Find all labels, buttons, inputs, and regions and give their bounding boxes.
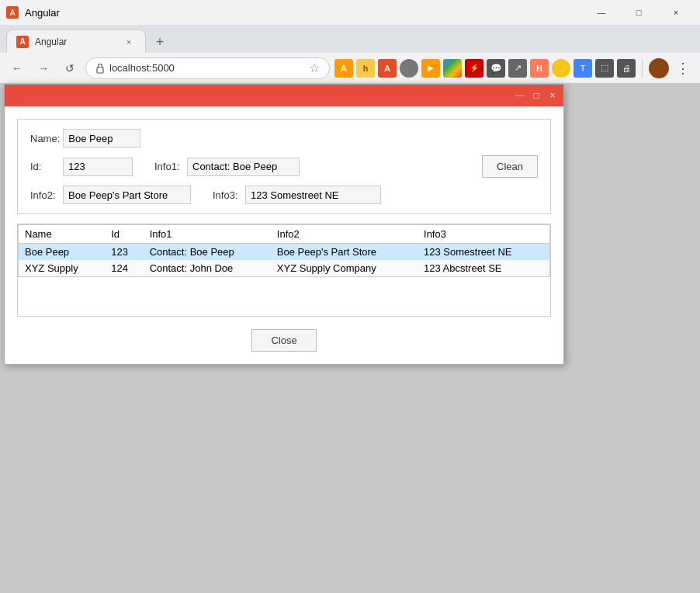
ext-hubspot-icon[interactable]: H: [530, 59, 549, 78]
ext-circle-icon[interactable]: [400, 59, 418, 78]
ext-print-icon[interactable]: 🖨: [617, 59, 636, 78]
active-tab[interactable]: A Angular ×: [6, 29, 146, 53]
dialog-maximize-button[interactable]: □: [528, 88, 544, 103]
dialog-window-controls: — □ ×: [512, 88, 560, 103]
bookmark-icon[interactable]: ☆: [309, 61, 320, 75]
tab-title: Angular: [35, 36, 116, 47]
table-row[interactable]: XYZ Supply 124 Contact: John Doe XYZ Sup…: [19, 260, 550, 277]
title-bar-left: A Angular: [6, 6, 60, 19]
ext-maps-icon[interactable]: [443, 59, 462, 78]
address-text: localhost:5000: [109, 62, 304, 74]
ext-chat-icon[interactable]: 💬: [487, 59, 505, 78]
ext-amazon2-icon[interactable]: ▶: [421, 59, 440, 78]
dialog-content: Name: Id: Info1: Clean Info2:: [5, 106, 563, 364]
id-label: Id:: [30, 161, 60, 172]
cell-name: Boe Peep: [19, 244, 106, 261]
toolbar-divider: [642, 59, 643, 78]
col-header-info3: Info3: [418, 225, 549, 244]
lock-icon: [95, 63, 105, 74]
browser-chrome: A Angular — □ × A Angular × + ← → ↺: [0, 0, 700, 84]
toolbar-icons: A h A ▶ ⚡ 💬 ↗ H 🌙 T ⬚ 🖨 ⋮: [334, 57, 694, 79]
cell-info2: Boe Peep's Part Store: [271, 244, 418, 261]
info2-input[interactable]: [63, 186, 191, 204]
ext-arrow-icon[interactable]: ↗: [508, 59, 527, 78]
table-header-row: Name Id Info1 Info2 Info3: [19, 225, 550, 244]
cell-name: XYZ Supply: [19, 260, 106, 277]
table-row[interactable]: Boe Peep 123 Contact: Boe Peep Boe Peep'…: [19, 244, 550, 261]
cell-info1: Contact: John Doe: [144, 260, 271, 277]
new-tab-button[interactable]: +: [149, 31, 171, 53]
ext-screen-icon[interactable]: ⬚: [595, 59, 614, 78]
tab-close-button[interactable]: ×: [122, 35, 136, 49]
user-avatar[interactable]: [649, 58, 669, 78]
info1-input[interactable]: [187, 158, 300, 176]
dialog-close-button[interactable]: ×: [545, 88, 560, 103]
ext-honey-icon[interactable]: h: [356, 59, 375, 78]
app-favicon: A: [6, 6, 19, 19]
id-input[interactable]: [63, 158, 133, 176]
cell-info2: XYZ Supply Company: [271, 260, 418, 277]
id-info1-row: Id: Info1: Clean: [30, 155, 538, 178]
cell-id: 123: [105, 244, 143, 261]
dialog-minimize-button[interactable]: —: [512, 88, 528, 103]
name-label: Name:: [30, 133, 60, 144]
dialog-window: — □ × Name: Id: Info1:: [4, 84, 564, 365]
info1-label: Info1:: [154, 161, 184, 172]
close-button[interactable]: Close: [251, 329, 316, 352]
cell-info3: 123 Somestreet NE: [418, 244, 549, 261]
forward-button[interactable]: →: [33, 57, 54, 79]
info2-label: Info2:: [30, 189, 60, 201]
refresh-button[interactable]: ↺: [59, 57, 81, 79]
info2-info3-row: Info2: Info3:: [30, 186, 538, 204]
col-header-info1: Info1: [144, 225, 271, 244]
title-bar: A Angular — □ ×: [0, 0, 700, 25]
ext-acrobat-icon[interactable]: A: [378, 59, 397, 78]
window-title: Angular: [25, 7, 60, 19]
col-header-info2: Info2: [271, 225, 418, 244]
ext-amazon-icon[interactable]: A: [334, 59, 353, 78]
cell-info3: 123 Abcstreet SE: [418, 260, 549, 277]
ext-moon-icon[interactable]: 🌙: [552, 59, 570, 78]
app-area: — □ × Name: Id: Info1:: [0, 84, 700, 593]
info3-label: Info3:: [213, 189, 242, 201]
cell-info1: Contact: Boe Peep: [144, 244, 271, 261]
svg-rect-0: [97, 68, 103, 73]
name-input[interactable]: [63, 129, 140, 147]
address-input[interactable]: localhost:5000 ☆: [85, 57, 330, 79]
window-controls: — □ ×: [584, 0, 694, 25]
tab-favicon: A: [16, 36, 29, 48]
info3-input[interactable]: [245, 186, 381, 204]
name-row: Name:: [30, 129, 538, 147]
data-table: Name Id Info1 Info2 Info3 Boe Peep 123: [18, 224, 550, 277]
dialog-titlebar: — □ ×: [5, 85, 563, 106]
data-table-wrapper: Name Id Info1 Info2 Info3 Boe Peep 123: [17, 224, 551, 317]
ext-translate-icon[interactable]: T: [574, 59, 592, 78]
clean-button[interactable]: Clean: [482, 155, 538, 178]
ext-red-icon[interactable]: ⚡: [465, 59, 483, 78]
col-header-name: Name: [19, 225, 106, 244]
menu-button[interactable]: ⋮: [672, 57, 694, 79]
table-scroll[interactable]: Name Id Info1 Info2 Info3 Boe Peep 123: [18, 224, 550, 316]
col-header-id: Id: [105, 225, 143, 244]
minimize-window-button[interactable]: —: [584, 0, 619, 25]
form-area: Name: Id: Info1: Clean Info2:: [17, 119, 551, 214]
close-window-button[interactable]: ×: [658, 0, 694, 25]
close-button-container: Close: [17, 329, 551, 352]
address-bar: ← → ↺ localhost:5000 ☆ A h A ▶ ⚡ 💬 ↗ H 🌙…: [0, 53, 700, 84]
back-button[interactable]: ←: [6, 57, 28, 79]
cell-id: 124: [105, 260, 143, 277]
tab-bar: A Angular × +: [0, 25, 700, 53]
maximize-window-button[interactable]: □: [621, 0, 657, 25]
